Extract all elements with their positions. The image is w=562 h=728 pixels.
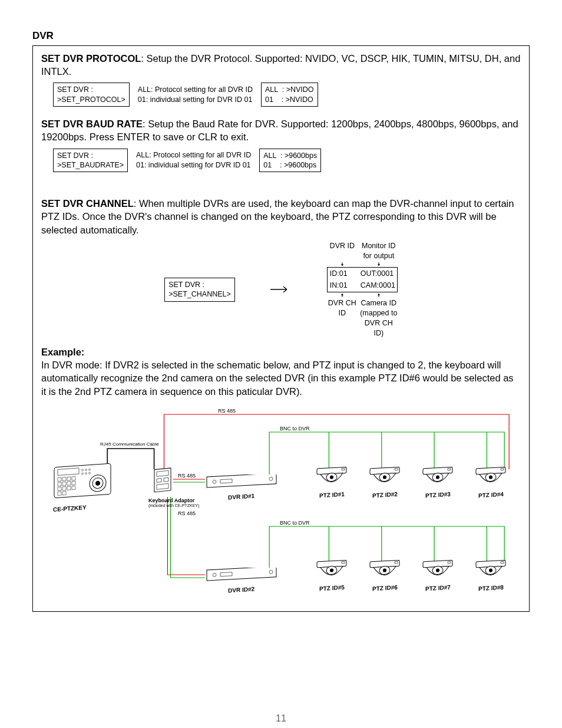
adaptor-icon [153, 467, 173, 496]
label-keyboard: CE-PTZKEY [53, 503, 87, 513]
svg-point-20 [85, 472, 87, 474]
label-dvr1: DVR ID#1 [228, 492, 254, 502]
svg-rect-55 [342, 561, 345, 563]
svg-point-17 [85, 469, 87, 470]
svg-point-37 [269, 570, 273, 574]
svg-point-35 [213, 573, 216, 577]
protocol-row: SET DVR : >SET_PROTOCOL> ALL: Protocol s… [53, 83, 521, 107]
label-ptz8: PTZ ID#8 [478, 583, 504, 592]
svg-rect-34 [207, 568, 276, 581]
label-ptz6: PTZ ID#6 [372, 583, 398, 592]
svg-rect-9 [72, 481, 75, 485]
example-paragraph: Example: In DVR mode: If DVR2 is selecte… [41, 345, 521, 398]
svg-point-18 [89, 469, 91, 470]
svg-rect-29 [157, 483, 168, 489]
protocol-paragraph: SET DVR PROTOCOL: Setup the DVR Protocol… [41, 52, 521, 78]
label-bnc1: BNC to DVR [280, 425, 310, 432]
svg-rect-10 [58, 487, 61, 490]
svg-rect-28 [164, 477, 168, 482]
svg-rect-51 [501, 468, 504, 470]
svg-rect-3 [62, 477, 66, 480]
ptz4-icon: PTZ ID#4 [475, 465, 507, 499]
baud-paragraph: SET DVR BAUD RATE: Setup the Baud Rate f… [41, 117, 521, 144]
ptz1-icon: PTZ ID#1 [316, 465, 348, 499]
dvr1-icon: DVR ID#1 [206, 475, 277, 491]
svg-rect-67 [501, 561, 504, 563]
svg-point-31 [213, 480, 216, 483]
label-ptz1: PTZ ID#1 [319, 490, 345, 499]
label-keyboard-adaptor-sub: (included with CE-PTZKEY) [148, 503, 199, 508]
label-bnc2: BNC to DVR [280, 519, 310, 526]
svg-rect-32 [220, 479, 232, 483]
ptz5-icon: PTZ ID#5 [316, 558, 348, 592]
protocol-heading: SET DVR PROTOCOL [41, 53, 141, 64]
baud-lcd-1: SET DVR : >SET_BAUDRATE> [53, 149, 128, 173]
svg-rect-2 [58, 477, 61, 481]
label-dvr-id: DVR ID [327, 241, 358, 261]
svg-rect-12 [67, 486, 71, 490]
section-heading: DVR [32, 29, 530, 43]
protocol-lcd-1: SET DVR : >SET_PROTOCOL> [53, 83, 130, 107]
svg-rect-14 [58, 492, 61, 495]
label-rj45: RJ45 Communication Cable [100, 442, 159, 448]
svg-rect-43 [395, 468, 398, 470]
protocol-lcd-2: ALL : >NVIDO 01 : >NVIDO [261, 83, 318, 107]
label-camera-id: Camera ID (mapped to DVR CH ID) [360, 298, 398, 338]
svg-rect-15 [62, 491, 66, 495]
grid-id: ID:01 [328, 268, 358, 280]
ptz8-icon: PTZ ID#8 [475, 558, 507, 592]
ptz6-icon: PTZ ID#6 [369, 558, 401, 592]
grid-in: IN:01 [328, 279, 358, 292]
keyboard-icon: CE-PTZKEY [53, 462, 112, 504]
svg-rect-30 [207, 475, 276, 487]
example-heading: Example: [41, 347, 84, 357]
baud-lcd-2: ALL : >9600bps 01 : >9600bps [259, 149, 321, 173]
svg-rect-8 [67, 482, 71, 485]
svg-rect-4 [67, 477, 71, 480]
label-ptz4: PTZ ID#4 [478, 490, 504, 499]
channel-heading: SET DVR CHANNEL [41, 198, 134, 209]
content-box: SET DVR PROTOCOL: Setup the DVR Protocol… [32, 45, 530, 612]
svg-point-33 [269, 477, 273, 480]
svg-rect-27 [157, 478, 161, 482]
arrow-icon [270, 285, 292, 294]
svg-point-16 [82, 469, 84, 471]
svg-rect-1 [58, 468, 79, 476]
dvr2-icon: DVR ID#2 [206, 568, 277, 584]
label-ptz3: PTZ ID#3 [425, 490, 451, 499]
channel-lcd: SET DVR : >SET_CHANNEL> [164, 278, 235, 302]
svg-rect-11 [62, 486, 66, 490]
svg-rect-13 [72, 486, 75, 489]
svg-rect-6 [58, 482, 61, 486]
page-number: 11 [32, 712, 530, 725]
label-ptz2: PTZ ID#2 [372, 490, 398, 499]
svg-rect-59 [395, 561, 398, 563]
svg-point-19 [82, 473, 84, 475]
channel-paragraph: SET DVR CHANNEL: When multiple DVRs are … [41, 197, 521, 236]
schematic-diagram: RS 485 BNC to DVR RJ45 Communication Cab… [41, 403, 521, 603]
ptz7-icon: PTZ ID#7 [422, 558, 454, 592]
label-monitor-id: Monitor ID for output [360, 241, 398, 261]
svg-rect-39 [342, 468, 345, 470]
baud-note: ALL: Protocol setting for all DVR ID 01:… [136, 150, 251, 170]
label-rs485-mid1: RS 485 [178, 472, 196, 479]
svg-rect-26 [157, 470, 168, 476]
grid-cam: CAM:0001 [358, 279, 396, 292]
svg-rect-7 [62, 482, 66, 485]
label-rs485-mid2: RS 485 [178, 510, 196, 517]
baud-heading: SET DVR BAUD RATE [41, 118, 143, 129]
ptz2-icon: PTZ ID#2 [369, 465, 401, 499]
label-dvr2: DVR ID#2 [228, 585, 254, 595]
example-text: In DVR mode: If DVR2 is selected in the … [41, 360, 514, 397]
protocol-note: ALL: Protocol setting for all DVR ID 01:… [138, 85, 253, 105]
label-ptz7: PTZ ID#7 [425, 583, 451, 592]
channel-grid: ID:01 OUT:0001 IN:01 CAM:0001 [327, 267, 398, 293]
svg-point-21 [89, 472, 91, 474]
svg-rect-5 [72, 476, 75, 480]
svg-rect-63 [448, 561, 451, 563]
label-dvr-ch-id: DVR CH ID [327, 298, 358, 338]
channel-block: SET DVR : >SET_CHANNEL> DVR ID Monitor I… [41, 241, 521, 338]
label-ptz5: PTZ ID#5 [319, 583, 345, 592]
svg-rect-36 [220, 572, 232, 577]
label-rs485-top: RS 485 [218, 407, 236, 414]
